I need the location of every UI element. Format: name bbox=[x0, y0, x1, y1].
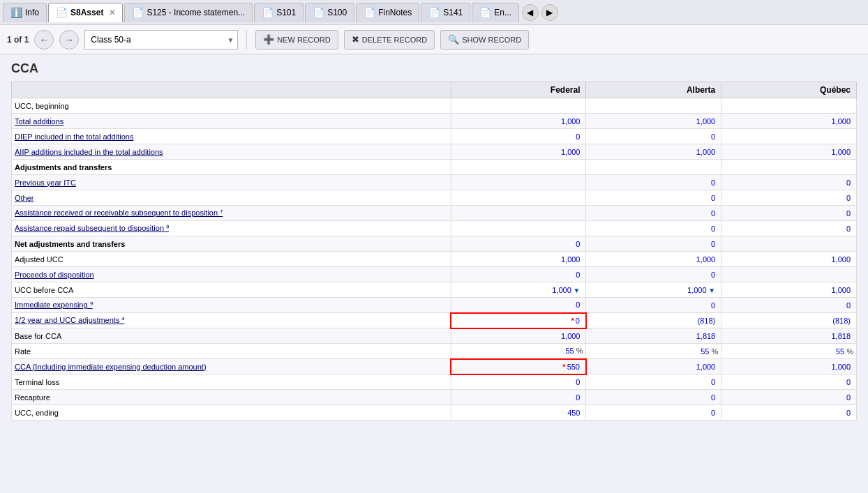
row-value: 0 bbox=[451, 267, 586, 282]
row-value: 1,000 bbox=[721, 144, 857, 160]
row-label: Proceeds of disposition bbox=[12, 267, 451, 282]
row-value: 0 bbox=[586, 390, 721, 405]
delete-record-btn[interactable]: ✖ DELETE RECORD bbox=[344, 30, 435, 50]
toolbar: 1 of 1 ← → Class 50-a Class 10 Class 8 C… bbox=[0, 25, 868, 54]
row-value: 55 % bbox=[721, 344, 857, 359]
row-label: 1/2 year and UCC adjustments ⁴ bbox=[12, 313, 451, 328]
row-value: 1,000 ▼ bbox=[451, 282, 586, 298]
row-value: 55 % bbox=[586, 344, 721, 359]
table-row: Terminal loss000 bbox=[12, 374, 857, 390]
row-label: Adjustments and transfers bbox=[12, 160, 451, 175]
row-value: 0 bbox=[721, 221, 857, 236]
row-label: Assistance repaid subsequent to disposit… bbox=[12, 221, 451, 236]
row-value bbox=[586, 98, 721, 114]
row-label: Rate bbox=[12, 344, 451, 359]
row-value: 0 bbox=[451, 129, 586, 144]
row-value: 0 bbox=[586, 190, 721, 206]
row-value bbox=[721, 160, 857, 175]
tab-info[interactable]: ℹ️ Info bbox=[3, 3, 47, 22]
tab-s100[interactable]: 📄 S100 bbox=[305, 3, 354, 22]
row-value: 1,000 bbox=[721, 359, 857, 374]
row-label: Recapture bbox=[12, 390, 451, 405]
s100-icon: 📄 bbox=[313, 7, 324, 18]
toolbar-separator bbox=[246, 30, 247, 50]
prev-record-btn[interactable]: ← bbox=[34, 30, 54, 50]
row-value: 1,818 bbox=[586, 328, 721, 344]
row-value: 1,000 bbox=[721, 282, 857, 298]
table-row: UCC before CCA1,000 ▼1,000 ▼1,000 bbox=[12, 282, 857, 298]
tab-finnotes[interactable]: 📄 FinNotes bbox=[356, 3, 419, 22]
new-record-label: NEW RECORD bbox=[277, 36, 330, 44]
table-row: Adjustments and transfers bbox=[12, 160, 857, 175]
tab-info-label: Info bbox=[25, 8, 39, 17]
row-value: (818) bbox=[586, 313, 721, 328]
tab-s125-label: S125 - Income statemen... bbox=[147, 8, 245, 17]
tab-en-label: En... bbox=[494, 8, 511, 17]
row-value: (818) bbox=[721, 313, 857, 328]
tab-finnotes-label: FinNotes bbox=[378, 8, 412, 17]
tab-s8asset-label: S8Asset bbox=[70, 8, 103, 17]
row-label: Net adjustments and transfers bbox=[12, 236, 451, 252]
row-value: 0 bbox=[586, 267, 721, 282]
table-row: Total additions1,0001,0001,000 bbox=[12, 114, 857, 129]
row-label: Base for CCA bbox=[12, 328, 451, 344]
tab-scroll-right[interactable]: ▶ bbox=[541, 4, 558, 21]
show-icon: 🔍 bbox=[448, 34, 459, 45]
tab-s101[interactable]: 📄 S101 bbox=[254, 3, 304, 22]
tab-scroll-left[interactable]: ◀ bbox=[522, 4, 539, 21]
row-value: 450 bbox=[451, 405, 586, 420]
row-value: 0 bbox=[721, 298, 857, 313]
row-label: DIEP included in the total additions bbox=[12, 129, 451, 144]
tab-s8asset[interactable]: 📄 S8Asset ✕ bbox=[48, 3, 123, 22]
row-value: 1,000 bbox=[451, 252, 586, 267]
tab-bar: ℹ️ Info 📄 S8Asset ✕ 📄 S125 - Income stat… bbox=[0, 0, 868, 25]
row-value: 1,000 bbox=[451, 328, 586, 344]
row-label: Adjusted UCC bbox=[12, 252, 451, 267]
row-value: 1,000 bbox=[721, 252, 857, 267]
table-row: CCA (Including immediate expensing deduc… bbox=[12, 359, 857, 374]
table-row: Assistance received or receivable subseq… bbox=[12, 206, 857, 221]
row-value bbox=[451, 175, 586, 190]
row-label: CCA (Including immediate expensing deduc… bbox=[12, 359, 451, 374]
row-value: 0 bbox=[586, 236, 721, 252]
class-select-wrapper: Class 50-a Class 10 Class 8 Class 1 bbox=[84, 30, 238, 50]
row-value: 0 bbox=[586, 129, 721, 144]
next-record-btn[interactable]: → bbox=[59, 30, 79, 50]
info-icon: ℹ️ bbox=[10, 7, 22, 18]
col-header-federal: Federal bbox=[451, 82, 586, 98]
s8asset-icon: 📄 bbox=[56, 7, 68, 18]
table-row: Net adjustments and transfers00 bbox=[12, 236, 857, 252]
row-value: 55 % bbox=[451, 344, 586, 359]
show-record-btn[interactable]: 🔍 SHOW RECORD bbox=[440, 30, 529, 50]
s125-icon: 📄 bbox=[132, 7, 144, 18]
new-record-btn[interactable]: ➕ NEW RECORD bbox=[255, 30, 338, 50]
s101-icon: 📄 bbox=[262, 7, 274, 18]
row-value bbox=[451, 160, 586, 175]
row-value[interactable]: *0 bbox=[451, 313, 586, 328]
row-value bbox=[721, 267, 857, 282]
cca-title: CCA bbox=[11, 61, 857, 76]
tab-s141[interactable]: 📄 S141 bbox=[421, 3, 470, 22]
row-value: 0 bbox=[586, 374, 721, 390]
row-value bbox=[721, 98, 857, 114]
table-row: 1/2 year and UCC adjustments ⁴*0(818)(81… bbox=[12, 313, 857, 328]
close-s8asset-btn[interactable]: ✕ bbox=[109, 8, 115, 17]
row-value bbox=[451, 206, 586, 221]
tab-s125[interactable]: 📄 S125 - Income statemen... bbox=[124, 3, 253, 22]
row-value: 1,000 bbox=[721, 114, 857, 129]
row-value: 0 bbox=[721, 405, 857, 420]
row-value: 1,000 bbox=[451, 144, 586, 160]
plus-icon: ➕ bbox=[263, 34, 274, 45]
row-value[interactable]: *550 bbox=[451, 359, 586, 374]
tab-en[interactable]: 📄 En... bbox=[472, 3, 519, 22]
table-row: Base for CCA1,0001,8181,818 bbox=[12, 328, 857, 344]
class-select[interactable]: Class 50-a Class 10 Class 8 Class 1 bbox=[84, 30, 238, 50]
table-row: Immediate expensing ⁹000 bbox=[12, 298, 857, 313]
row-value bbox=[586, 160, 721, 175]
delete-record-label: DELETE RECORD bbox=[362, 36, 428, 44]
row-value: 1,000 bbox=[586, 359, 721, 374]
row-value: 0 bbox=[721, 190, 857, 206]
row-label: Total additions bbox=[12, 114, 451, 129]
row-label: Other bbox=[12, 190, 451, 206]
table-row: Assistance repaid subsequent to disposit… bbox=[12, 221, 857, 236]
